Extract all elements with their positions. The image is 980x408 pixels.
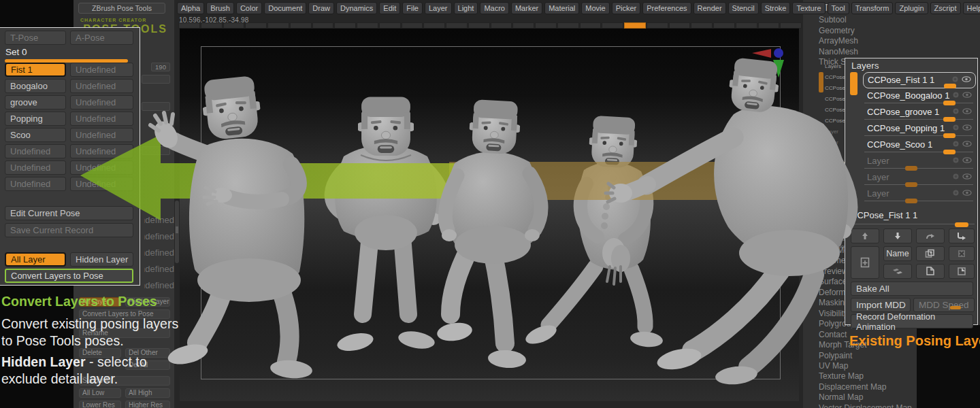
figure-5[interactable] [606,57,851,386]
record-dot-icon[interactable] [953,108,959,114]
menu-item-transform[interactable]: Transform [851,2,894,14]
pose-slot-scoo[interactable]: Scoo [5,128,66,142]
eye-icon[interactable] [962,124,972,131]
characters-over-band[interactable] [136,27,871,408]
eye-icon[interactable] [962,157,972,163]
layer-divider [864,152,973,152]
eye-icon[interactable] [962,108,972,114]
hidden-layer-button[interactable]: Hidden Layer [70,252,133,267]
record-dot-icon[interactable] [953,92,959,98]
pose-slot-boogaloo[interactable]: Boogaloo [5,79,66,93]
pose-slot-undefined-right[interactable]: Undefined [70,63,133,77]
layer-row-ccpose_scoo-1[interactable]: CCPose_Scoo 1 [863,137,976,154]
eye-icon[interactable] [962,141,972,147]
menu-item-zscript[interactable]: Zscript [930,2,961,14]
record-dot-icon[interactable] [953,190,959,196]
menu-item-edit[interactable]: Edit [379,2,400,14]
duplicate-icon [925,249,936,258]
record-dot-icon[interactable] [952,76,958,82]
layer-label: CCPose_Boogaloo 1 [867,90,949,101]
menu-item-marker[interactable]: Marker [511,2,542,14]
all-layer-button[interactable]: All Layer [5,252,66,267]
menu-item-dynamics[interactable]: Dynamics [336,2,377,14]
mdd-speed-slider[interactable]: MDD Speed [913,298,975,312]
menu-item-texture[interactable]: Texture [792,2,825,14]
layer-row-icons [953,173,972,180]
menu-item-tool[interactable]: Tool [828,2,849,14]
menu-item-help[interactable]: Help [963,2,980,14]
record-dot-icon[interactable] [953,157,959,163]
menu-item-preferences[interactable]: Preferences [642,2,691,14]
delete-icon [958,250,966,258]
menu-item-zplugin[interactable]: Zplugin [895,2,928,14]
branch-arrow-button[interactable] [949,228,975,243]
bg-all-low-button[interactable]: All Low [79,388,121,398]
menu-item-layer[interactable]: Layer [425,2,452,14]
mdd-speed-handle[interactable] [950,306,961,309]
layer-divider [864,168,973,169]
record-dot-icon[interactable] [953,124,959,131]
layer-row-layer[interactable]: Layer [863,170,976,186]
layer-intensity-slider[interactable] [905,199,917,203]
menu-item-document[interactable]: Document [264,2,306,14]
pose-slot-undefined[interactable]: Undefined [5,160,66,175]
record-dot-icon[interactable] [953,173,959,180]
menu-item-picker[interactable]: Picker [612,2,641,14]
menu-item-draw[interactable]: Draw [308,2,334,14]
duplicate-layer-button[interactable] [916,246,945,261]
menu-item-color[interactable]: Color [236,2,262,14]
pose-slot-undefined-right[interactable]: Undefined [70,95,133,109]
layer-row-layer[interactable]: Layer [863,154,976,170]
delete-layer-button[interactable] [949,246,975,261]
layer-intensity-slider[interactable] [944,84,956,88]
line3-rest: - select to [86,354,147,369]
pose-slot-popping[interactable]: Popping [5,112,66,126]
move-layer-down-button[interactable] [883,228,912,243]
redo-layer-button[interactable] [916,228,945,243]
right-annotation-heading: Existing Posing Layers [849,333,980,349]
layer-row-ccpose_popping-1[interactable]: CCPose_Popping 1 [863,121,976,137]
eye-icon[interactable] [962,76,971,82]
save-current-record-button[interactable]: Save Current Record [5,223,133,237]
pose-slot-undefined-right[interactable]: Undefined [70,112,133,126]
pose-slot-undefined[interactable]: Undefined [5,177,66,191]
layer-row-ccpose_boogaloo-1[interactable]: CCPose_Boogaloo 1 [863,88,976,105]
menu-item-alpha[interactable]: Alpha [177,2,204,14]
menu-item-stencil[interactable]: Stencil [728,2,759,14]
layer-divider [864,184,973,185]
layer-row-ccpose_groove-1[interactable]: CCPose_groove 1 [863,105,976,121]
name-layer-button[interactable]: Name [883,246,912,261]
figure-1[interactable] [150,75,313,379]
layer-row-ccpose_fist-1-1[interactable]: CCPose_Fist 1 1 [863,72,976,88]
menu-item-render[interactable]: Render [693,2,726,14]
fold-corner-button[interactable] [949,264,975,279]
eye-icon[interactable] [962,92,972,98]
layer-name-slider[interactable] [955,222,968,227]
bg-lower-res-button[interactable]: Lower Res [79,401,121,408]
t-pose-button[interactable]: T-Pose [5,31,66,45]
menu-item-brush[interactable]: Brush [206,2,234,14]
pose-slot-groove[interactable]: groove [5,95,66,109]
layer-divider [864,103,973,103]
menu-item-material[interactable]: Material [544,2,579,14]
eye-icon[interactable] [962,190,972,196]
tool-section-subtool[interactable]: Subtool [819,15,847,24]
record-dot-icon[interactable] [953,141,959,147]
menu-item-macro[interactable]: Macro [480,2,509,14]
pose-slot-undefined-right[interactable]: Undefined [70,79,133,93]
menu-item-stroke[interactable]: Stroke [761,2,791,14]
pose-slot-undefined[interactable]: Undefined [5,144,66,158]
split-layer-button[interactable] [916,264,945,279]
menu-item-light[interactable]: Light [454,2,478,14]
redo-arrow-icon [926,232,935,240]
menu-item-movie[interactable]: Movie [581,2,609,14]
merge-down-button[interactable] [883,264,912,279]
pose-slot-fist-1[interactable]: Fist 1 [5,63,66,77]
eye-icon[interactable] [962,173,972,180]
figure-3[interactable] [436,99,541,369]
convert-layers-to-pose-button[interactable]: Convert Layers to Pose [5,269,133,283]
layer-row-layer[interactable]: Layer [863,186,976,203]
a-pose-button[interactable]: A-Pose [70,31,133,45]
layer-label: CCPose_groove 1 [867,107,939,117]
menu-item-file[interactable]: File [402,2,423,14]
